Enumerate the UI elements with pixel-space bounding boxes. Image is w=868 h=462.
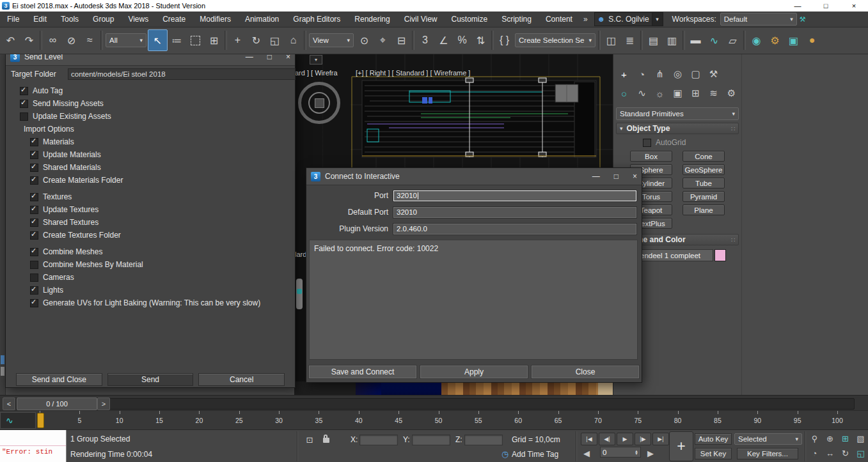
update-existing-assets-checkbox[interactable]: [20, 112, 28, 121]
shared-textures-checkbox[interactable]: [30, 219, 38, 227]
autogrid-checkbox-row[interactable]: AutoGrid: [643, 138, 686, 147]
update-materials-checkbox[interactable]: [30, 151, 38, 159]
time-marker[interactable]: [37, 413, 44, 428]
combine-meshes-checkbox[interactable]: [30, 248, 38, 256]
close-button[interactable]: ×: [840, 0, 868, 12]
minimize-button[interactable]: —: [784, 0, 812, 12]
select-and-scale-icon[interactable]: ◱: [265, 30, 284, 50]
maximize-viewport-icon[interactable]: ◱: [853, 447, 868, 459]
toggle-scene-explorer-icon[interactable]: ▤: [644, 30, 663, 50]
unlink-selection-icon[interactable]: ⊘: [62, 30, 81, 50]
generate-uvs-for-light-baking-warning-this-can-be-very-slow-checkbox[interactable]: [30, 299, 38, 307]
utilities-tab[interactable]: ⚒: [706, 66, 722, 82]
shared-materials-checkbox[interactable]: [30, 164, 38, 172]
object-color-swatch[interactable]: [714, 249, 726, 261]
menu-scripting[interactable]: Scripting: [494, 15, 539, 24]
dialog-minimize-button[interactable]: —: [592, 172, 600, 181]
menu-file[interactable]: File: [0, 15, 26, 24]
menu-views[interactable]: Views: [121, 15, 155, 24]
lights-tab[interactable]: ☼: [652, 86, 668, 101]
dialog-close-button[interactable]: ×: [633, 172, 637, 181]
send-and-close-button[interactable]: Send and Close: [16, 373, 102, 386]
spinner-arrows-icon[interactable]: ▲▼: [635, 450, 638, 455]
option-update-existing-assets[interactable]: Update Existing Assets: [6, 110, 295, 123]
textures-checkbox[interactable]: [30, 193, 38, 201]
auto-tag-checkbox[interactable]: [20, 87, 28, 95]
option-lights[interactable]: Lights: [6, 284, 295, 296]
materials-checkbox[interactable]: [30, 138, 38, 146]
angle-snap-icon[interactable]: ∠: [434, 30, 453, 50]
workspace-tool-icon[interactable]: ⚒: [800, 15, 806, 24]
rectangular-selection-region-icon[interactable]: [186, 30, 205, 50]
bind-to-space-warp-icon[interactable]: ≈: [81, 30, 99, 50]
user-menu-caret[interactable]: ▾: [652, 12, 663, 26]
motion-tab[interactable]: ◎: [670, 66, 686, 82]
option-update-textures[interactable]: Update Textures: [6, 203, 295, 216]
save-and-connect-button[interactable]: Save and Connect: [308, 365, 417, 379]
select-and-link-icon[interactable]: ∞: [43, 30, 62, 50]
option-send-missing-assets[interactable]: Send Missing Assets: [6, 97, 295, 110]
curve-editor-icon[interactable]: ∿: [705, 30, 723, 50]
schematic-view-icon[interactable]: ▱: [723, 30, 742, 50]
play-button[interactable]: ▶: [617, 433, 633, 445]
toggle-ribbon-icon[interactable]: ▬: [686, 30, 705, 50]
option-materials[interactable]: Materials: [6, 135, 295, 148]
cancel-button[interactable]: Cancel: [198, 373, 285, 386]
go-to-end-button[interactable]: ▶|: [652, 433, 669, 445]
cameras-tab[interactable]: ▣: [670, 86, 686, 101]
spinner-snap-icon[interactable]: ⇅: [471, 30, 490, 50]
window-crossing-icon[interactable]: ⊞: [205, 30, 223, 50]
menu-overflow-chevron[interactable]: »: [580, 15, 592, 24]
previous-frame-button[interactable]: ◀: [581, 447, 592, 459]
set-key-button[interactable]: Set Key: [695, 448, 732, 459]
create-materials-folder-checkbox[interactable]: [30, 176, 38, 185]
create-cone-button[interactable]: Cone: [683, 151, 725, 162]
update-textures-checkbox[interactable]: [30, 206, 38, 214]
zoom-all-icon[interactable]: ⊕: [823, 433, 837, 445]
option-update-materials[interactable]: Update Materials: [6, 148, 295, 161]
select-and-rotate-icon[interactable]: ↻: [247, 30, 265, 50]
menu-customize[interactable]: Customize: [445, 15, 495, 24]
time-slider-grip[interactable]: 0 / 100: [17, 397, 97, 410]
reference-coordinate-dropdown[interactable]: View▾: [309, 33, 354, 47]
option-auto-tag[interactable]: Auto Tag: [6, 84, 295, 97]
space-warps-tab[interactable]: ≋: [706, 86, 722, 101]
create-tube-button[interactable]: Tube: [683, 178, 725, 189]
next-frame-button[interactable]: ▶: [645, 447, 656, 459]
create-geosphere-button[interactable]: GeoSphere: [683, 164, 725, 175]
port-field[interactable]: 32010: [393, 190, 636, 201]
option-textures[interactable]: Textures: [6, 190, 295, 203]
shapes-tab[interactable]: ∿: [634, 86, 650, 101]
menu-tools[interactable]: Tools: [54, 15, 86, 24]
geometry-tab[interactable]: ○: [616, 86, 632, 101]
viewport-label-right[interactable]: [+] [ Right ] [ Standard ] [ Wireframe ]: [356, 69, 470, 77]
render-setup-icon[interactable]: ⚙: [766, 30, 784, 50]
next-frame-arrow[interactable]: >: [97, 397, 110, 410]
viewport-scroll-handle[interactable]: [296, 279, 303, 309]
option-shared-textures[interactable]: Shared Textures: [6, 216, 295, 229]
systems-tab[interactable]: ⚙: [723, 86, 739, 101]
hierarchy-tab[interactable]: ⋔: [652, 66, 668, 82]
menu-animation[interactable]: Animation: [238, 15, 286, 24]
y-coordinate-field[interactable]: [412, 435, 450, 445]
add-time-tag[interactable]: Add Time Tag: [512, 450, 558, 459]
set-keys-button[interactable]: +: [669, 431, 693, 461]
option-generate-uvs-for-light-baking-warning-this-can-be-very-slow[interactable]: Generate UVs for Light Baking (Warning: …: [6, 296, 295, 309]
redo-icon[interactable]: ↷: [20, 30, 38, 50]
select-and-manipulate-icon[interactable]: ⌖: [374, 30, 392, 50]
option-combine-meshes-by-material[interactable]: Combine Meshes By Material: [6, 258, 295, 271]
create-textures-folder-checkbox[interactable]: [30, 231, 38, 240]
menu-content[interactable]: Content: [539, 15, 580, 24]
user-account-chip[interactable]: ☻ S.C. Ogilvie: [594, 12, 652, 26]
create-plane-button[interactable]: Plane: [683, 204, 725, 215]
object-type-rollout[interactable]: ▾ Object Type ∷: [616, 123, 739, 134]
option-combine-meshes[interactable]: Combine Meshes: [6, 245, 295, 258]
target-folder-field[interactable]: content/models/Ei stoel 2018: [68, 68, 296, 80]
create-box-button[interactable]: Box: [630, 151, 672, 162]
select-and-move-icon[interactable]: +: [228, 30, 247, 50]
current-frame-spinner[interactable]: 0 ▲▼: [600, 447, 641, 458]
x-coordinate-field[interactable]: [359, 435, 398, 445]
edit-named-selection-sets-icon[interactable]: { }: [495, 30, 514, 50]
field-of-view-icon[interactable]: ◔: [807, 447, 822, 459]
undo-icon[interactable]: ↶: [1, 30, 20, 50]
